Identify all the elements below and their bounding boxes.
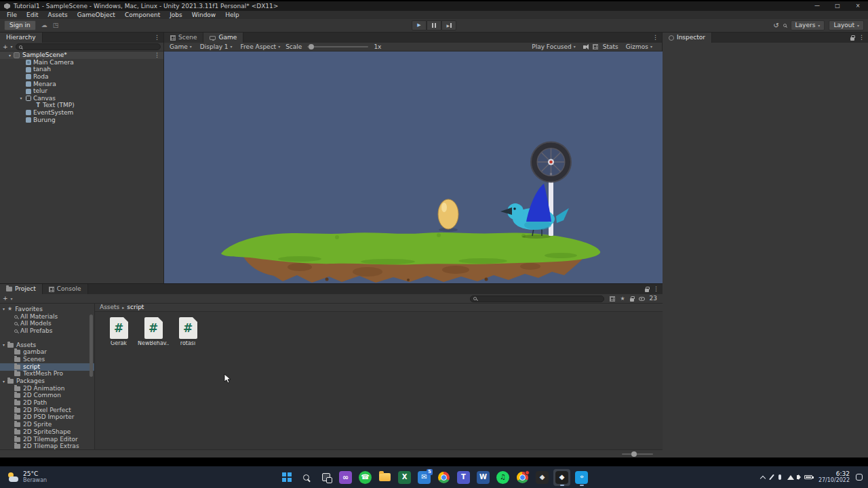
menu-item[interactable]: Window <box>187 11 221 19</box>
game-mode-dropdown[interactable]: Game▾ <box>167 44 195 50</box>
search-icon[interactable] <box>783 24 787 27</box>
scene-header[interactable]: ▾ SampleScene* ⋮ <box>0 52 163 59</box>
menu-item[interactable]: Jobs <box>165 11 187 19</box>
panel-menu-icon[interactable]: ⋮ <box>653 286 659 292</box>
asset-file[interactable]: # NewBehav... <box>138 317 169 346</box>
chrome-icon[interactable] <box>435 469 452 486</box>
hierarchy-item[interactable]: Text (TMP) <box>0 102 163 110</box>
close-button[interactable]: × <box>848 1 868 11</box>
clock-widget[interactable]: 6:32 27/10/2022 <box>818 471 850 483</box>
tab-console[interactable]: Console <box>43 284 88 294</box>
breadcrumb-root[interactable]: Assets <box>100 304 119 310</box>
tree-favorite-item[interactable]: All Prefabs <box>0 327 94 335</box>
unity-editor-icon[interactable]: ◆ <box>553 469 570 486</box>
breadcrumb-current[interactable]: script <box>127 304 144 310</box>
menu-item[interactable]: Edit <box>22 11 43 19</box>
tree-assets-header[interactable]: ▾ Assets <box>0 342 94 349</box>
tab-scene[interactable]: Scene <box>164 33 203 43</box>
file-explorer-icon[interactable] <box>376 469 393 486</box>
menu-item[interactable]: Assets <box>43 11 73 19</box>
vsync-icon[interactable] <box>593 44 598 49</box>
expand-arrow-icon[interactable] <box>18 96 24 100</box>
word-icon[interactable]: W <box>475 469 492 486</box>
tree-package-item[interactable]: 2D Tilemap Extras <box>0 443 94 449</box>
tree-favorites-header[interactable]: ▾ ★ Favorites <box>0 306 94 313</box>
asset-file[interactable]: # rotasi <box>172 317 203 346</box>
tray-chevron-up-icon[interactable] <box>760 475 766 481</box>
notification-center-icon[interactable] <box>856 474 863 481</box>
hierarchy-search-input[interactable] <box>16 43 161 50</box>
tray-mic-icon[interactable] <box>778 474 781 480</box>
tree-folder-item[interactable]: Scenes <box>0 356 94 363</box>
excel-icon[interactable]: X <box>396 469 413 486</box>
minimize-button[interactable]: — <box>807 1 827 11</box>
maximize-button[interactable]: □ <box>827 1 848 11</box>
tree-folder-item[interactable]: gambar <box>0 348 94 356</box>
tree-folder-item[interactable]: script <box>0 363 94 371</box>
tree-package-item[interactable]: 2D Sprite <box>0 421 94 428</box>
tab-project[interactable]: Project <box>0 284 43 294</box>
quick-settings[interactable] <box>787 475 812 480</box>
panel-menu-icon[interactable]: ⋮ <box>859 35 865 41</box>
expand-arrow-icon[interactable]: ▾ <box>9 54 11 58</box>
layout-dropdown[interactable]: Layout▾ <box>829 20 864 30</box>
expand-arrow-icon[interactable]: ▾ <box>3 380 5 384</box>
tree-favorite-item[interactable]: All Models <box>0 320 94 327</box>
tab-hierarchy[interactable]: Hierarchy <box>0 33 43 43</box>
lock-icon[interactable] <box>630 298 634 302</box>
expand-arrow-icon[interactable]: ▾ <box>3 343 5 347</box>
account-icon[interactable]: ☁ <box>41 22 47 28</box>
hierarchy-item[interactable]: EventSystem <box>0 109 163 117</box>
project-search-input[interactable] <box>470 296 604 302</box>
chrome-alert-icon[interactable] <box>514 469 531 486</box>
whatsapp-icon[interactable]: ☎ <box>357 469 374 486</box>
hierarchy-item[interactable]: tanah <box>0 66 163 74</box>
tab-inspector[interactable]: Inspector <box>663 33 712 43</box>
expand-arrow-icon[interactable]: ▾ <box>3 307 5 311</box>
sign-in-button[interactable]: Sign in <box>4 20 36 30</box>
menu-item[interactable]: GameObject <box>73 11 120 19</box>
add-gameobject-button[interactable]: + <box>3 44 8 50</box>
unity-hub-icon[interactable]: ◆ <box>534 469 551 486</box>
mail-icon[interactable]: ✉ 5 <box>416 469 433 486</box>
start-icon[interactable] <box>278 469 295 486</box>
teams-icon[interactable]: T <box>455 469 472 486</box>
gizmos-dropdown[interactable]: Gizmos▾ <box>623 44 655 50</box>
search-by-type-icon[interactable] <box>610 296 615 302</box>
spotify-icon[interactable]: ♫ <box>494 469 511 486</box>
stats-button[interactable]: Stats <box>603 44 618 50</box>
panel-menu-icon[interactable]: ⋮ <box>652 35 658 41</box>
tree-package-item[interactable]: 2D PSD Importer <box>0 414 94 422</box>
tree-scrollbar[interactable] <box>90 306 93 445</box>
tree-favorite-item[interactable]: All Materials <box>0 313 94 321</box>
search-icon[interactable] <box>298 469 315 486</box>
panel-menu-icon[interactable]: ⋮ <box>154 35 160 41</box>
hierarchy-item[interactable]: Roda <box>0 73 163 81</box>
menu-item[interactable]: Help <box>220 11 244 19</box>
pause-button[interactable] <box>427 20 441 30</box>
hierarchy-item[interactable]: Menara <box>0 81 163 88</box>
scrollbar-thumb[interactable] <box>90 314 93 377</box>
layers-dropdown[interactable]: Layers▾ <box>791 20 825 30</box>
task-view-icon[interactable] <box>317 469 334 486</box>
menu-item[interactable]: Component <box>120 11 165 19</box>
saved-search-star-icon[interactable]: ★ <box>620 296 625 302</box>
hierarchy-item[interactable]: Canvas <box>0 95 163 102</box>
tree-package-item[interactable]: 2D Pixel Perfect <box>0 407 94 414</box>
scale-slider[interactable] <box>307 46 368 47</box>
menu-item[interactable]: File <box>2 11 22 19</box>
asset-file[interactable]: # Gerak <box>103 317 134 346</box>
chevron-down-icon[interactable]: ▾ <box>11 297 13 301</box>
tree-package-item[interactable]: 2D Tilemap Editor <box>0 436 94 443</box>
step-button[interactable]: ▶ <box>441 20 456 30</box>
undo-history-icon[interactable]: ↺ <box>773 22 778 29</box>
play-button[interactable]: ▶ <box>412 20 427 30</box>
hierarchy-item[interactable]: telur <box>0 87 163 95</box>
tree-package-item[interactable]: 2D Animation <box>0 385 94 392</box>
mute-audio-icon[interactable] <box>583 45 586 49</box>
hierarchy-item[interactable]: Main Camera <box>0 59 163 66</box>
aspect-dropdown[interactable]: Free Aspect▾ <box>238 44 283 50</box>
tree-folder-item[interactable]: TextMesh Pro <box>0 371 94 378</box>
add-asset-button[interactable]: + <box>3 296 8 302</box>
visual-studio-icon[interactable]: ∞ <box>337 469 354 486</box>
